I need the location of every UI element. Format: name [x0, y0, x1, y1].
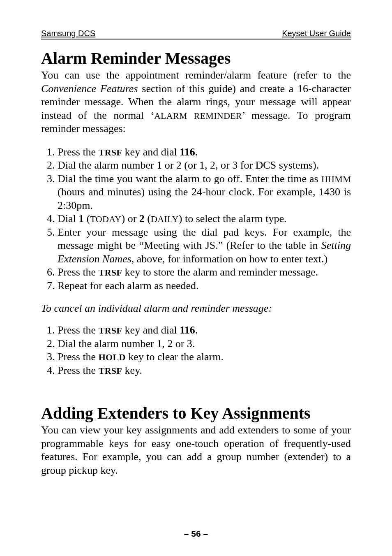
step4-i: ) to select the alarm type.: [179, 213, 287, 225]
section1-steps: Press the TRSF key and dial 116. Dial th…: [41, 146, 351, 293]
section2-intro: You can view your key assignments and ad…: [41, 424, 351, 477]
c4-c: key.: [122, 364, 142, 376]
step5-a: Enter your message using the dial pad ke…: [58, 226, 351, 252]
c3-c: key to clear the alarm.: [126, 351, 224, 363]
step3-a: Dial the time you want the alarm to go o…: [58, 173, 321, 185]
intro-pre: You can use the appointment reminder/ala…: [41, 69, 351, 81]
page-number: – 56 –: [0, 529, 392, 539]
step4-2: 2: [139, 213, 145, 225]
step3-hhmm: HHMM: [321, 174, 351, 184]
section1-intro: You can use the appointment reminder/ala…: [41, 69, 351, 136]
intro-italic: Convenience Features: [41, 83, 138, 95]
cancel-step-4: Press the TRSF key.: [58, 364, 351, 378]
c1-c: key and dial: [122, 324, 180, 336]
section1-title: Alarm Reminder Messages: [41, 49, 351, 68]
header-right: Keyset User Guide: [282, 29, 351, 38]
page: Samsung DCS Keyset User Guide Alarm Remi…: [0, 0, 392, 556]
section2-title: Adding Extenders to Key Assignments: [41, 403, 351, 423]
step-6: Press the TRSF key to store the alarm an…: [58, 266, 351, 279]
step1-e: .: [195, 146, 198, 158]
cancel-note: To cancel an individual alarm and remind…: [41, 302, 351, 315]
step4-today: TODAY: [90, 214, 121, 224]
step1-a: Press the: [58, 146, 99, 158]
cancel-step-2: Dial the alarm number 1, 2 or 3.: [58, 337, 351, 351]
step4-g: (: [145, 213, 151, 225]
step5-c: , above, for information on how to enter…: [131, 253, 327, 265]
cancel-steps: Press the TRSF key and dial 116. Dial th…: [41, 324, 351, 377]
step3-c: (hours and minutes) using the 24-hour cl…: [58, 186, 351, 211]
step-7: Repeat for each alarm as needed.: [58, 279, 351, 293]
step6-a: Press the: [58, 266, 99, 278]
c4-a: Press the: [58, 364, 99, 376]
c4-trsf: TRSF: [99, 366, 122, 376]
c1-116: 116: [180, 324, 195, 336]
step-2: Dial the alarm number 1 or 2 (or 1, 2, o…: [58, 159, 351, 172]
section-gap: [41, 387, 351, 403]
step-1: Press the TRSF key and dial 116.: [58, 146, 351, 159]
step6-c: key to store the alarm and reminder mess…: [122, 266, 318, 278]
intro-smallcaps: ALARM REMINDER: [154, 111, 242, 121]
cancel-step-1: Press the TRSF key and dial 116.: [58, 324, 351, 337]
c3-a: Press the: [58, 351, 99, 363]
step4-c: (: [84, 213, 90, 225]
header-left: Samsung DCS: [41, 29, 95, 38]
step4-1: 1: [78, 213, 84, 225]
page-header: Samsung DCS Keyset User Guide: [41, 29, 351, 39]
c1-a: Press the: [58, 324, 99, 336]
step4-a: Dial: [58, 213, 78, 225]
cancel-step-3: Press the HOLD key to clear the alarm.: [58, 350, 351, 364]
step-3: Dial the time you want the alarm to go o…: [58, 172, 351, 213]
step-5: Enter your message using the dial pad ke…: [58, 226, 351, 266]
step4-daily: DAILY: [151, 214, 179, 224]
step1-c: key and dial: [122, 146, 180, 158]
step1-trsf: TRSF: [99, 147, 122, 158]
c3-hold: HOLD: [99, 352, 126, 362]
step-4: Dial 1 (TODAY) or 2 (DAILY) to select th…: [58, 212, 351, 226]
step1-116: 116: [180, 146, 195, 158]
step4-e: ) or: [122, 213, 139, 225]
c1-e: .: [195, 324, 198, 336]
step6-trsf: TRSF: [99, 267, 122, 278]
c1-trsf: TRSF: [99, 325, 122, 336]
